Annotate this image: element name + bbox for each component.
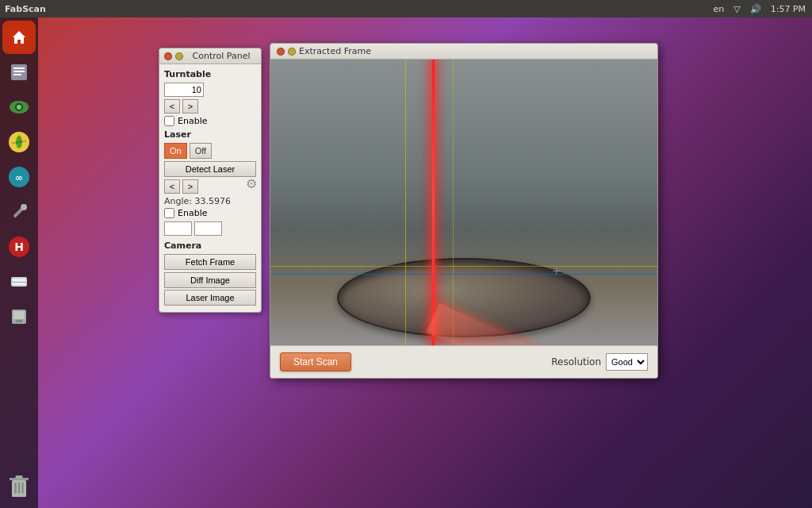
laser-enable-row: Enable [164, 208, 256, 218]
svg-rect-18 [13, 282, 25, 283]
system-tray: en ▽ 🔊 1:57 PM [711, 4, 807, 14]
laser-on-button[interactable]: On [164, 143, 187, 159]
cross-marker: + [552, 264, 561, 277]
appstore-icon [8, 131, 30, 153]
laser-prev-button[interactable]: < [164, 179, 180, 194]
ef-title: Extracted Frame [299, 46, 651, 56]
laser-nav-row: < > [164, 179, 256, 194]
turntable-prev-button[interactable]: < [164, 99, 180, 114]
camera-icon [8, 96, 30, 118]
topbar: FabScan en ▽ 🔊 1:57 PM [0, 0, 812, 17]
sidebar-icon-disk[interactable] [2, 300, 36, 333]
app-name: FabScan [5, 4, 46, 14]
trash-icon [2, 468, 36, 502]
laser-enable-label: Enable [178, 208, 207, 218]
ef-close-button[interactable] [277, 48, 285, 56]
volume-icon: 🔊 [750, 4, 761, 14]
close-button[interactable] [164, 52, 172, 60]
svg-rect-21 [16, 320, 22, 322]
wifi-icon: ▽ [733, 4, 740, 14]
turntable-next-button[interactable]: > [182, 99, 198, 114]
svg-point-7 [17, 105, 21, 110]
camera-section: Camera Fetch Frame Diff Image Laser Imag… [164, 241, 256, 307]
turntable-value-input[interactable] [164, 83, 204, 97]
arduino-icon: ∞ [8, 166, 30, 188]
app2-icon: H [8, 236, 30, 258]
sidebar-icon-app2[interactable]: H [2, 230, 36, 264]
sidebar-icon-arduino[interactable]: ∞ [2, 160, 36, 194]
ef-minimize-button[interactable] [288, 48, 296, 56]
svg-rect-2 [13, 67, 25, 69]
diff-image-button[interactable]: Diff Image [164, 272, 256, 288]
sidebar-icon-files[interactable] [2, 56, 36, 89]
laser-input-1[interactable] [164, 221, 192, 236]
fetch-frame-button[interactable]: Fetch Frame [164, 254, 256, 270]
grid-vertical-left [405, 60, 406, 345]
laser-image-button[interactable]: Laser Image [164, 290, 256, 306]
resolution-group: Resolution Low Good High Best [551, 353, 648, 371]
sidebar-trash[interactable] [2, 468, 36, 502]
grid-horizontal-yellow [270, 266, 657, 267]
turntable-enable-checkbox[interactable] [164, 116, 174, 126]
cp-titlebar: Control Panel [159, 48, 261, 64]
sidebar-icon-tool[interactable] [2, 195, 36, 229]
start-scan-button[interactable]: Start Scan [280, 352, 351, 371]
locale-indicator: en [713, 4, 724, 14]
files-icon [8, 61, 30, 83]
cp-title: Control Panel [186, 51, 256, 61]
svg-rect-3 [13, 71, 25, 72]
laser-input-2[interactable] [194, 221, 222, 236]
laser-enable-checkbox[interactable] [164, 208, 174, 218]
grid-horizontal-blue [270, 274, 657, 275]
disk-icon [8, 306, 30, 328]
laser-on-off-row: On Off [164, 143, 256, 159]
laser-section: Laser On Off Detect Laser < > Angle: 33.… [164, 129, 256, 236]
ef-canvas: + [270, 60, 657, 345]
scanner-icon [8, 271, 30, 293]
turntable-section-title: Turntable [164, 69, 256, 79]
laser-next-button[interactable]: > [182, 179, 198, 194]
minimize-button[interactable] [175, 52, 183, 60]
turntable-value-row [164, 83, 256, 97]
svg-text:∞: ∞ [15, 172, 23, 183]
turntable-enable-row: Enable [164, 116, 256, 126]
tool-icon [8, 201, 30, 223]
laser-inputs-row [164, 221, 256, 236]
svg-rect-4 [13, 74, 21, 75]
svg-point-13 [21, 204, 27, 210]
laser-section-title: Laser [164, 129, 256, 140]
sidebar-icon-appstore[interactable] [2, 125, 36, 159]
sidebar: ∞ H [0, 17, 38, 508]
resolution-select[interactable]: Low Good High Best [606, 353, 648, 371]
svg-rect-24 [16, 475, 23, 479]
laser-angle-display: Angle: 33.5976 [164, 196, 256, 206]
sidebar-icon-camera[interactable] [2, 90, 36, 124]
ef-titlebar: Extracted Frame [270, 44, 657, 60]
detect-laser-button[interactable]: Detect Laser [164, 161, 256, 177]
extracted-frame-window: Extracted Frame + Start Scan Resolution … [270, 43, 658, 379]
turntable-nav-row: < > [164, 99, 256, 114]
resolution-label: Resolution [551, 356, 601, 368]
turntable-enable-label: Enable [178, 116, 207, 126]
svg-text:H: H [14, 241, 24, 253]
ef-bottombar: Start Scan Resolution Low Good High Best [270, 345, 657, 378]
sidebar-icon-scanner[interactable] [2, 265, 36, 298]
laser-line [432, 60, 435, 345]
grid-vertical-right [453, 60, 454, 345]
svg-rect-20 [13, 311, 25, 319]
home-icon [8, 26, 30, 48]
settings-gear-icon[interactable]: ⚙ [246, 176, 257, 191]
laser-off-button[interactable]: Off [190, 143, 212, 159]
camera-section-title: Camera [164, 241, 256, 251]
sidebar-icon-home[interactable] [2, 21, 36, 54]
clock: 1:57 PM [771, 4, 806, 14]
